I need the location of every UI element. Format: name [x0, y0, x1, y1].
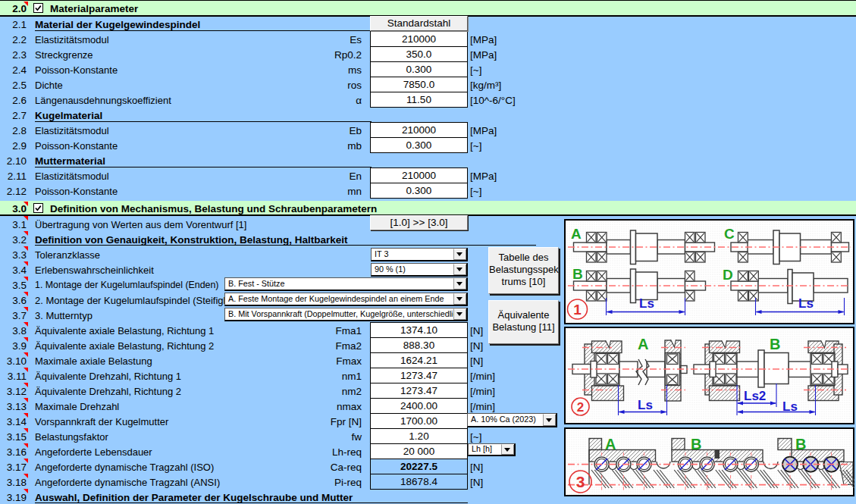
- svg-text:3: 3: [576, 473, 585, 490]
- svg-text:Ls: Ls: [798, 296, 814, 311]
- svg-text:Ls: Ls: [638, 398, 653, 412]
- svg-text:D: D: [723, 267, 733, 283]
- svg-text:1: 1: [573, 302, 582, 318]
- svg-text:B: B: [770, 336, 780, 352]
- svg-text:Ls: Ls: [782, 399, 798, 414]
- svg-text:B: B: [691, 436, 701, 452]
- svg-text:A: A: [571, 226, 582, 242]
- svg-text:B: B: [572, 266, 583, 282]
- svg-text:Ls2: Ls2: [744, 389, 766, 403]
- svg-text:A: A: [605, 436, 616, 452]
- svg-text:C: C: [724, 226, 735, 242]
- svg-text:A: A: [638, 336, 648, 352]
- svg-text:Ls: Ls: [639, 296, 654, 311]
- svg-text:B: B: [795, 436, 806, 452]
- svg-text:2: 2: [577, 400, 584, 415]
